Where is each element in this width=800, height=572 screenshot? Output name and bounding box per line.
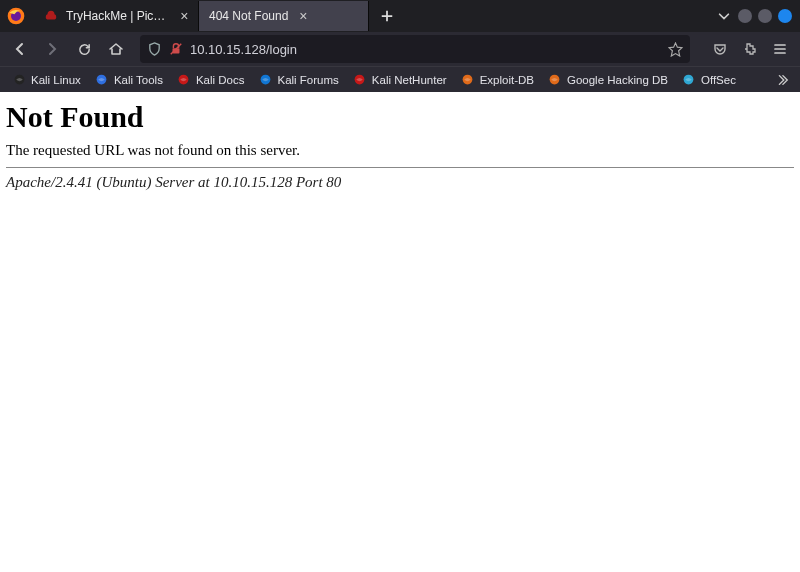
bookmarks-toolbar: Kali LinuxKali ToolsKali DocsKali Forums… [0,66,800,92]
bookmark-item-kali-forums[interactable]: Kali Forums [252,71,344,89]
window-close[interactable] [778,9,792,23]
bookmark-item-kali-nethunter[interactable]: Kali NetHunter [347,71,453,89]
bookmark-icon [461,73,475,87]
tab-tryhackme[interactable]: TryHackMe | Pickle Rick × [34,1,199,31]
forward-button[interactable] [38,35,66,63]
bookmark-item-offsec[interactable]: OffSec [676,71,742,89]
tab-404[interactable]: 404 Not Found × [199,1,369,31]
bookmark-item-kali-linux[interactable]: Kali Linux [6,71,87,89]
error-heading: Not Found [6,100,794,134]
window-controls [738,9,800,23]
save-to-pocket-button[interactable] [706,35,734,63]
bookmark-item-exploit-db[interactable]: Exploit-DB [455,71,540,89]
bookmark-label: Kali Tools [114,74,163,86]
bookmark-label: Exploit-DB [480,74,534,86]
bookmark-item-kali-docs[interactable]: Kali Docs [171,71,251,89]
bookmark-label: Google Hacking DB [567,74,668,86]
window-minimize[interactable] [738,9,752,23]
server-signature: Apache/2.4.41 (Ubuntu) Server at 10.10.1… [6,174,794,191]
firefox-icon [6,6,26,26]
close-icon[interactable]: × [296,9,310,23]
bookmarks-overflow-icon[interactable] [770,73,794,87]
bookmark-icon [258,73,272,87]
nav-bar [0,32,800,66]
shield-icon[interactable] [146,41,162,57]
page-content: Not Found The requested URL was not foun… [0,92,800,572]
home-button[interactable] [102,35,130,63]
error-message: The requested URL was not found on this … [6,142,794,159]
tab-overflow-button[interactable] [710,9,738,23]
window-maximize[interactable] [758,9,772,23]
lock-warning-icon[interactable] [168,41,184,57]
url-bar[interactable] [140,35,690,63]
bookmark-label: OffSec [701,74,736,86]
bookmark-icon [95,73,109,87]
bookmark-icon [177,73,191,87]
url-input[interactable] [190,42,660,57]
divider [6,167,794,168]
site-icon [44,9,58,23]
tab-label: TryHackMe | Pickle Rick [66,9,171,23]
bookmark-icon [682,73,696,87]
back-button[interactable] [6,35,34,63]
close-icon[interactable]: × [179,9,190,23]
bookmark-icon [353,73,367,87]
extensions-button[interactable] [736,35,764,63]
reload-button[interactable] [70,35,98,63]
bookmark-label: Kali NetHunter [372,74,447,86]
bookmark-item-kali-tools[interactable]: Kali Tools [89,71,169,89]
app-menu-button[interactable] [766,35,794,63]
bookmark-icon [12,73,26,87]
bookmark-label: Kali Forums [277,74,338,86]
bookmark-item-google-hacking-db[interactable]: Google Hacking DB [542,71,674,89]
bookmark-label: Kali Linux [31,74,81,86]
bookmark-icon [548,73,562,87]
bookmark-star-icon[interactable] [666,40,684,58]
tab-label: 404 Not Found [209,9,288,23]
tab-bar: TryHackMe | Pickle Rick × 404 Not Found … [0,0,800,32]
new-tab-button[interactable] [373,2,401,30]
bookmark-label: Kali Docs [196,74,245,86]
